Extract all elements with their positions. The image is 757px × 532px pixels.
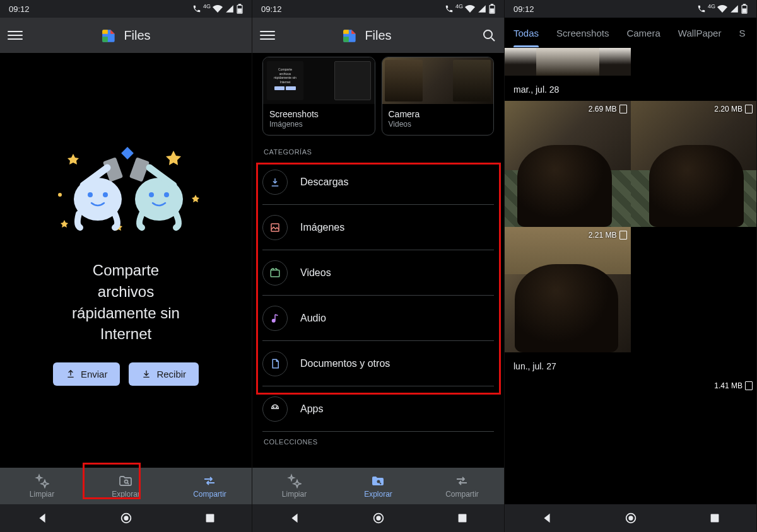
nav-clean[interactable]: Limpiar <box>0 473 84 499</box>
files-logo-icon <box>342 27 358 43</box>
svg-rect-16 <box>206 514 214 523</box>
svg-point-11 <box>149 192 154 197</box>
search-button[interactable] <box>481 28 496 43</box>
system-nav <box>252 504 504 532</box>
app-title: Files <box>365 28 391 43</box>
card-screenshots[interactable]: Compartearchivosrápidamente sinInternet … <box>262 57 375 136</box>
sparkle-icon <box>34 473 49 489</box>
card-camera[interactable]: Camera Videos <box>382 57 495 136</box>
network-label: 4G <box>708 3 715 9</box>
image-thumb[interactable]: 2.69 MB <box>505 101 631 227</box>
back-button[interactable] <box>540 511 554 525</box>
bottom-nav: Limpiar Explorar Compartir <box>252 468 504 504</box>
download-icon <box>141 369 151 379</box>
svg-rect-2 <box>238 9 242 13</box>
app-header: Files <box>0 18 252 53</box>
status-bar: 09:12 4G <box>252 0 504 18</box>
card-title: Screenshots <box>269 109 368 119</box>
svg-rect-29 <box>458 514 466 523</box>
category-apps[interactable]: Apps <box>262 386 494 432</box>
wifi-icon <box>213 4 223 14</box>
status-time: 09:12 <box>513 4 534 14</box>
back-button[interactable] <box>35 511 49 525</box>
svg-point-25 <box>276 407 277 407</box>
nav-share[interactable]: Compartir <box>168 473 252 499</box>
tab-all[interactable]: Todas <box>513 28 539 38</box>
android-icon <box>269 403 281 415</box>
svg-point-8 <box>88 192 93 197</box>
image-thumb[interactable]: 2.21 MB <box>505 227 631 353</box>
category-downloads[interactable]: Descargas <box>262 159 494 205</box>
wifi-icon <box>465 4 475 14</box>
image-icon <box>269 222 281 233</box>
svg-point-26 <box>377 480 380 483</box>
sd-card-icon <box>745 105 753 113</box>
signal-icon <box>478 4 486 13</box>
nav-explore[interactable]: Explorar <box>336 473 420 499</box>
download-icon <box>269 176 281 188</box>
upload-icon <box>66 369 76 379</box>
home-button[interactable] <box>372 511 385 525</box>
signal-icon <box>730 4 739 13</box>
image-thumb[interactable]: 2.20 MB <box>631 101 757 227</box>
category-documents[interactable]: Documentos y otros <box>262 341 494 386</box>
status-time: 09:12 <box>9 4 30 14</box>
tab-camera[interactable]: Camera <box>626 28 660 38</box>
svg-rect-21 <box>271 224 279 231</box>
sd-card-icon <box>745 381 753 390</box>
folder-search-icon <box>370 473 385 489</box>
nav-clean[interactable]: Limpiar <box>252 473 336 499</box>
category-videos[interactable]: Videos <box>262 250 494 296</box>
empty-cell <box>631 227 757 353</box>
image-thumb[interactable]: 1.41 MB <box>631 378 757 415</box>
home-button[interactable] <box>119 511 133 525</box>
recents-button[interactable] <box>708 511 722 525</box>
image-thumb[interactable] <box>505 48 631 76</box>
nav-share[interactable]: Compartir <box>420 473 504 499</box>
date-group: mar., jul. 28 <box>505 76 756 101</box>
status-icons: 4G <box>191 4 243 14</box>
battery-icon <box>237 4 243 14</box>
transfer-icon <box>454 473 469 489</box>
file-size-badge: 2.69 MB <box>589 105 627 113</box>
app-header: Files <box>252 18 504 53</box>
tab-wallpaper[interactable]: WallPaper <box>678 28 722 38</box>
image-thumb[interactable] <box>505 378 631 415</box>
folder-search-icon <box>118 473 133 489</box>
screen-share: 09:12 4G Files <box>0 0 252 532</box>
receive-button[interactable]: Recibir <box>129 362 199 386</box>
status-bar: 09:12 4G <box>505 0 756 18</box>
section-collections: COLECCIONES <box>252 432 504 449</box>
card-subtitle: Imágenes <box>269 120 368 129</box>
video-icon <box>269 267 281 279</box>
svg-rect-18 <box>491 4 493 6</box>
date-group: lun., jul. 27 <box>505 352 756 378</box>
screen-gallery: 09:12 4G Todas Screenshots Camera WallPa… <box>505 0 757 532</box>
tab-more[interactable]: S <box>739 28 745 38</box>
app-title: Files <box>124 28 150 43</box>
wifi-icon <box>717 4 727 14</box>
svg-rect-31 <box>743 4 745 6</box>
svg-rect-4 <box>121 147 134 159</box>
nav-explore[interactable]: Explorar <box>84 473 168 499</box>
home-button[interactable] <box>624 511 638 525</box>
recents-button[interactable] <box>455 511 469 525</box>
section-categories: CATEGORÍAS <box>252 142 504 159</box>
tab-screenshots[interactable]: Screenshots <box>556 28 609 38</box>
card-subtitle: Videos <box>389 120 488 129</box>
recents-button[interactable] <box>203 511 217 525</box>
svg-rect-6 <box>129 158 149 182</box>
status-icons: 4G <box>443 4 495 14</box>
svg-rect-32 <box>742 9 746 13</box>
signal-icon <box>225 4 234 13</box>
svg-point-3 <box>58 193 62 197</box>
file-size-badge: 2.20 MB <box>714 105 753 113</box>
svg-point-24 <box>273 407 274 407</box>
category-images[interactable]: Imágenes <box>262 205 494 250</box>
svg-point-28 <box>377 516 380 520</box>
svg-point-23 <box>273 319 276 322</box>
back-button[interactable] <box>288 511 302 525</box>
svg-point-9 <box>103 192 108 197</box>
category-audio[interactable]: Audio <box>262 296 494 341</box>
send-button[interactable]: Enviar <box>53 362 120 386</box>
